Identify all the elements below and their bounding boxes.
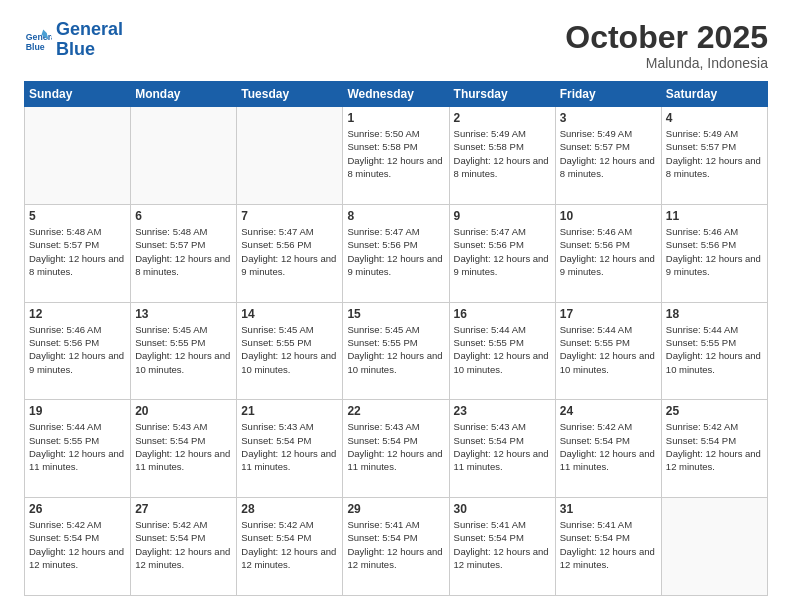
day-info-31: Sunrise: 5:41 AM Sunset: 5:54 PM Dayligh… [560, 518, 657, 571]
day-info-20: Sunrise: 5:43 AM Sunset: 5:54 PM Dayligh… [135, 420, 232, 473]
day-number-18: 18 [666, 307, 763, 321]
day-number-21: 21 [241, 404, 338, 418]
cell-w0-d1 [131, 107, 237, 205]
cell-w3-d1: 20Sunrise: 5:43 AM Sunset: 5:54 PM Dayli… [131, 400, 237, 498]
col-wednesday: Wednesday [343, 82, 449, 107]
cell-w0-d2 [237, 107, 343, 205]
cell-w4-d0: 26Sunrise: 5:42 AM Sunset: 5:54 PM Dayli… [25, 498, 131, 596]
day-number-16: 16 [454, 307, 551, 321]
cell-w2-d0: 12Sunrise: 5:46 AM Sunset: 5:56 PM Dayli… [25, 302, 131, 400]
day-info-29: Sunrise: 5:41 AM Sunset: 5:54 PM Dayligh… [347, 518, 444, 571]
cell-w3-d3: 22Sunrise: 5:43 AM Sunset: 5:54 PM Dayli… [343, 400, 449, 498]
day-info-21: Sunrise: 5:43 AM Sunset: 5:54 PM Dayligh… [241, 420, 338, 473]
logo-line2: Blue [56, 39, 95, 59]
day-info-18: Sunrise: 5:44 AM Sunset: 5:55 PM Dayligh… [666, 323, 763, 376]
cell-w0-d6: 4Sunrise: 5:49 AM Sunset: 5:57 PM Daylig… [661, 107, 767, 205]
cell-w4-d6 [661, 498, 767, 596]
day-number-20: 20 [135, 404, 232, 418]
cell-w1-d6: 11Sunrise: 5:46 AM Sunset: 5:56 PM Dayli… [661, 204, 767, 302]
cell-w4-d2: 28Sunrise: 5:42 AM Sunset: 5:54 PM Dayli… [237, 498, 343, 596]
day-info-25: Sunrise: 5:42 AM Sunset: 5:54 PM Dayligh… [666, 420, 763, 473]
day-info-17: Sunrise: 5:44 AM Sunset: 5:55 PM Dayligh… [560, 323, 657, 376]
day-number-24: 24 [560, 404, 657, 418]
day-number-17: 17 [560, 307, 657, 321]
day-number-13: 13 [135, 307, 232, 321]
cell-w3-d5: 24Sunrise: 5:42 AM Sunset: 5:54 PM Dayli… [555, 400, 661, 498]
cell-w4-d4: 30Sunrise: 5:41 AM Sunset: 5:54 PM Dayli… [449, 498, 555, 596]
day-info-3: Sunrise: 5:49 AM Sunset: 5:57 PM Dayligh… [560, 127, 657, 180]
cell-w0-d3: 1Sunrise: 5:50 AM Sunset: 5:58 PM Daylig… [343, 107, 449, 205]
day-info-2: Sunrise: 5:49 AM Sunset: 5:58 PM Dayligh… [454, 127, 551, 180]
cell-w1-d1: 6Sunrise: 5:48 AM Sunset: 5:57 PM Daylig… [131, 204, 237, 302]
col-tuesday: Tuesday [237, 82, 343, 107]
month-title: October 2025 [565, 20, 768, 55]
day-number-27: 27 [135, 502, 232, 516]
cell-w1-d5: 10Sunrise: 5:46 AM Sunset: 5:56 PM Dayli… [555, 204, 661, 302]
day-number-9: 9 [454, 209, 551, 223]
day-info-7: Sunrise: 5:47 AM Sunset: 5:56 PM Dayligh… [241, 225, 338, 278]
day-number-10: 10 [560, 209, 657, 223]
cell-w2-d4: 16Sunrise: 5:44 AM Sunset: 5:55 PM Dayli… [449, 302, 555, 400]
day-info-11: Sunrise: 5:46 AM Sunset: 5:56 PM Dayligh… [666, 225, 763, 278]
day-info-10: Sunrise: 5:46 AM Sunset: 5:56 PM Dayligh… [560, 225, 657, 278]
day-number-15: 15 [347, 307, 444, 321]
day-info-9: Sunrise: 5:47 AM Sunset: 5:56 PM Dayligh… [454, 225, 551, 278]
cell-w1-d2: 7Sunrise: 5:47 AM Sunset: 5:56 PM Daylig… [237, 204, 343, 302]
day-number-12: 12 [29, 307, 126, 321]
cell-w4-d1: 27Sunrise: 5:42 AM Sunset: 5:54 PM Dayli… [131, 498, 237, 596]
week-row-3: 19Sunrise: 5:44 AM Sunset: 5:55 PM Dayli… [25, 400, 768, 498]
day-info-23: Sunrise: 5:43 AM Sunset: 5:54 PM Dayligh… [454, 420, 551, 473]
col-friday: Friday [555, 82, 661, 107]
cell-w1-d3: 8Sunrise: 5:47 AM Sunset: 5:56 PM Daylig… [343, 204, 449, 302]
day-number-11: 11 [666, 209, 763, 223]
cell-w3-d0: 19Sunrise: 5:44 AM Sunset: 5:55 PM Dayli… [25, 400, 131, 498]
cell-w1-d0: 5Sunrise: 5:48 AM Sunset: 5:57 PM Daylig… [25, 204, 131, 302]
day-number-28: 28 [241, 502, 338, 516]
logo: General Blue General Blue [24, 20, 123, 60]
week-row-4: 26Sunrise: 5:42 AM Sunset: 5:54 PM Dayli… [25, 498, 768, 596]
day-info-4: Sunrise: 5:49 AM Sunset: 5:57 PM Dayligh… [666, 127, 763, 180]
week-row-0: 1Sunrise: 5:50 AM Sunset: 5:58 PM Daylig… [25, 107, 768, 205]
week-row-2: 12Sunrise: 5:46 AM Sunset: 5:56 PM Dayli… [25, 302, 768, 400]
col-monday: Monday [131, 82, 237, 107]
page: General Blue General Blue October 2025 M… [0, 0, 792, 612]
cell-w0-d5: 3Sunrise: 5:49 AM Sunset: 5:57 PM Daylig… [555, 107, 661, 205]
calendar-table: Sunday Monday Tuesday Wednesday Thursday… [24, 81, 768, 596]
cell-w3-d4: 23Sunrise: 5:43 AM Sunset: 5:54 PM Dayli… [449, 400, 555, 498]
location-subtitle: Malunda, Indonesia [565, 55, 768, 71]
day-number-19: 19 [29, 404, 126, 418]
svg-text:Blue: Blue [26, 41, 45, 51]
day-number-5: 5 [29, 209, 126, 223]
cell-w2-d3: 15Sunrise: 5:45 AM Sunset: 5:55 PM Dayli… [343, 302, 449, 400]
day-info-14: Sunrise: 5:45 AM Sunset: 5:55 PM Dayligh… [241, 323, 338, 376]
day-number-7: 7 [241, 209, 338, 223]
day-number-23: 23 [454, 404, 551, 418]
title-block: October 2025 Malunda, Indonesia [565, 20, 768, 71]
day-number-30: 30 [454, 502, 551, 516]
cell-w3-d2: 21Sunrise: 5:43 AM Sunset: 5:54 PM Dayli… [237, 400, 343, 498]
svg-text:General: General [26, 32, 52, 42]
day-number-1: 1 [347, 111, 444, 125]
cell-w4-d3: 29Sunrise: 5:41 AM Sunset: 5:54 PM Dayli… [343, 498, 449, 596]
day-info-13: Sunrise: 5:45 AM Sunset: 5:55 PM Dayligh… [135, 323, 232, 376]
day-info-27: Sunrise: 5:42 AM Sunset: 5:54 PM Dayligh… [135, 518, 232, 571]
day-number-22: 22 [347, 404, 444, 418]
day-info-24: Sunrise: 5:42 AM Sunset: 5:54 PM Dayligh… [560, 420, 657, 473]
week-row-1: 5Sunrise: 5:48 AM Sunset: 5:57 PM Daylig… [25, 204, 768, 302]
day-info-16: Sunrise: 5:44 AM Sunset: 5:55 PM Dayligh… [454, 323, 551, 376]
day-info-5: Sunrise: 5:48 AM Sunset: 5:57 PM Dayligh… [29, 225, 126, 278]
col-sunday: Sunday [25, 82, 131, 107]
cell-w2-d2: 14Sunrise: 5:45 AM Sunset: 5:55 PM Dayli… [237, 302, 343, 400]
col-thursday: Thursday [449, 82, 555, 107]
col-saturday: Saturday [661, 82, 767, 107]
day-number-25: 25 [666, 404, 763, 418]
day-number-31: 31 [560, 502, 657, 516]
day-info-22: Sunrise: 5:43 AM Sunset: 5:54 PM Dayligh… [347, 420, 444, 473]
day-info-28: Sunrise: 5:42 AM Sunset: 5:54 PM Dayligh… [241, 518, 338, 571]
cell-w2-d1: 13Sunrise: 5:45 AM Sunset: 5:55 PM Dayli… [131, 302, 237, 400]
day-info-6: Sunrise: 5:48 AM Sunset: 5:57 PM Dayligh… [135, 225, 232, 278]
day-info-1: Sunrise: 5:50 AM Sunset: 5:58 PM Dayligh… [347, 127, 444, 180]
day-info-30: Sunrise: 5:41 AM Sunset: 5:54 PM Dayligh… [454, 518, 551, 571]
day-info-15: Sunrise: 5:45 AM Sunset: 5:55 PM Dayligh… [347, 323, 444, 376]
day-info-8: Sunrise: 5:47 AM Sunset: 5:56 PM Dayligh… [347, 225, 444, 278]
